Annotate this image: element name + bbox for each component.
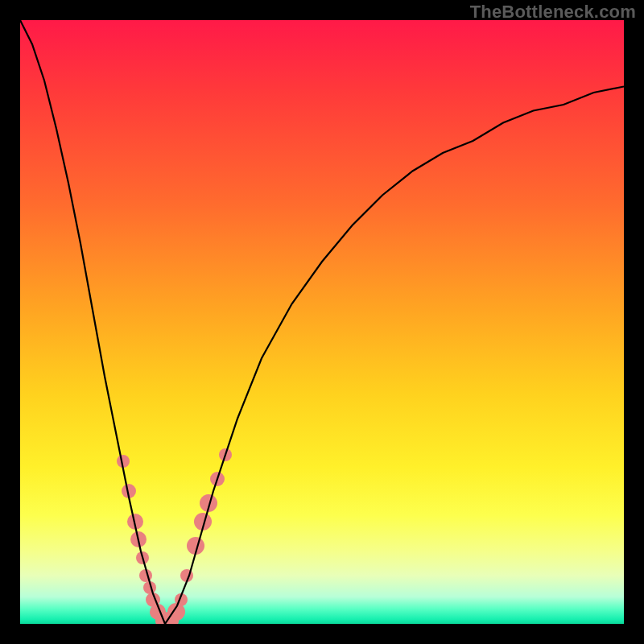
bottleneck-curve: [20, 20, 624, 624]
watermark-text: TheBottleneck.com: [470, 2, 636, 23]
plot-area: [20, 20, 624, 624]
outer-frame: TheBottleneck.com: [0, 0, 644, 644]
